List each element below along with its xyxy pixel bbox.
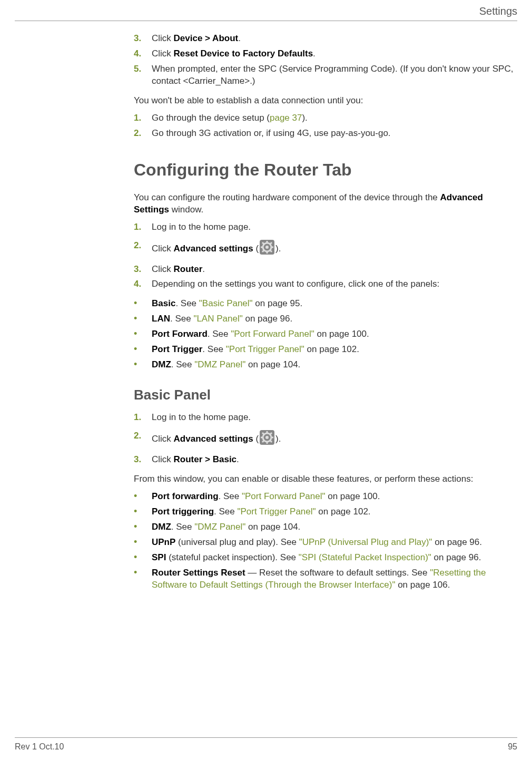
text-span: on page 96.: [432, 537, 482, 547]
bullet-icon: •: [134, 313, 152, 325]
list-item: • UPnP (universal plug and play). See "U…: [134, 537, 514, 549]
list-item: • DMZ. See "DMZ Panel" on page 104.: [134, 521, 514, 533]
bullet-icon: •: [134, 298, 152, 310]
bold-text: Advanced settings: [174, 434, 253, 444]
text-span: on page 102.: [316, 506, 371, 517]
list-item: • Router Settings Reset — Reset the soft…: [134, 567, 514, 591]
link-text[interactable]: "UPnP (Universal Plug and Play)": [299, 537, 432, 547]
text-span: .: [237, 454, 239, 464]
link-text[interactable]: "SPI (Stateful Packet Inspection)": [299, 552, 431, 562]
text-span: . See: [219, 491, 242, 501]
step-number: 3.: [134, 33, 152, 45]
svg-line-10: [270, 242, 272, 244]
text-span: . See: [171, 359, 194, 369]
svg-line-21: [270, 433, 272, 434]
bold-text: Router: [174, 264, 203, 274]
step-text: Go through 3G activation or, if using 4G…: [152, 128, 514, 140]
link-text[interactable]: "Port Forward Panel": [231, 329, 314, 339]
text-span: on page 104.: [245, 522, 300, 532]
bullet-text: DMZ. See "DMZ Panel" on page 104.: [152, 359, 300, 371]
bold-text: Basic: [152, 298, 175, 308]
link-text[interactable]: "Port Trigger Panel": [226, 344, 304, 354]
list-item: 1. Go through the device setup (page 37)…: [134, 112, 514, 124]
step-number: 4.: [134, 48, 152, 60]
bullet-icon: •: [134, 344, 152, 356]
link-text[interactable]: "Port Trigger Panel": [237, 506, 316, 517]
text-span: ).: [302, 113, 307, 123]
link-text[interactable]: "DMZ Panel": [194, 359, 245, 369]
bullet-text: DMZ. See "DMZ Panel" on page 104.: [152, 521, 300, 533]
text-span: (universal plug and play). See: [175, 537, 299, 547]
list-item: 1. Log in to the home page.: [134, 221, 514, 233]
list-item: • DMZ. See "DMZ Panel" on page 104.: [134, 359, 514, 371]
paragraph: You won't be able to establish a data co…: [134, 95, 514, 107]
text-span: .: [313, 48, 316, 59]
paragraph: From this window, you can enable or disa…: [134, 473, 514, 485]
text-span: . See: [208, 329, 231, 339]
bold-text: Router > Basic: [174, 454, 237, 464]
ordered-list: 3. Click Device > About. 4. Click Reset …: [134, 33, 514, 87]
text-span: . See: [175, 298, 199, 308]
list-item: • Port triggering. See "Port Trigger Pan…: [134, 506, 514, 518]
svg-line-19: [270, 441, 272, 442]
list-item: • Port Trigger. See "Port Trigger Panel"…: [134, 344, 514, 356]
bullet-icon: •: [134, 521, 152, 533]
list-item: • Port forwarding. See "Port Forward Pan…: [134, 491, 514, 503]
text-span: Click: [152, 48, 174, 59]
step-number: 1.: [134, 412, 152, 424]
link-text[interactable]: "Basic Panel": [199, 298, 253, 308]
bold-text: Advanced settings: [174, 243, 253, 254]
step-text: Click Device > About.: [152, 33, 514, 45]
bullet-text: SPI (stateful packet inspection). See "S…: [152, 552, 481, 564]
step-text: Click Reset Device to Factory Defaults.: [152, 48, 514, 60]
bullet-text: Port Forward. See "Port Forward Panel" o…: [152, 328, 369, 340]
footer-revision: Rev 1 Oct.10: [15, 742, 64, 752]
text-span: You can configure the routing hardware c…: [134, 192, 440, 202]
bold-text: Port Trigger: [152, 344, 202, 354]
step-number: 1.: [134, 221, 152, 233]
step-number: 2.: [134, 240, 152, 258]
step-text: Click Router.: [152, 264, 514, 276]
link-text[interactable]: "DMZ Panel": [194, 522, 245, 532]
step-text: Log in to the home page.: [152, 221, 514, 233]
bullet-icon: •: [134, 552, 152, 564]
text-span: Click: [152, 454, 174, 464]
text-span: .: [238, 33, 241, 43]
step-text: Depending on the settings you want to co…: [152, 278, 514, 290]
step-text: Log in to the home page.: [152, 412, 514, 424]
link-text[interactable]: page 37: [270, 113, 302, 123]
bullet-text: Port triggering. See "Port Trigger Panel…: [152, 506, 371, 518]
ordered-list: 1. Log in to the home page. 2. Click Adv…: [134, 221, 514, 291]
list-item: 3. Click Router > Basic.: [134, 454, 514, 466]
bold-text: DMZ: [152, 522, 171, 532]
text-span: on page 102.: [304, 344, 359, 354]
svg-point-2: [265, 246, 269, 249]
link-text[interactable]: "Port Forward Panel": [242, 491, 326, 501]
list-item: 2. Click Advanced settings ().: [134, 430, 514, 449]
list-item: 3. Click Device > About.: [134, 33, 514, 45]
svg-line-18: [262, 433, 264, 434]
step-text: Click Router > Basic.: [152, 454, 514, 466]
list-item: 5. When prompted, enter the SPC (Service…: [134, 63, 514, 87]
bold-text: DMZ: [152, 359, 171, 369]
text-span: on page 100.: [326, 491, 380, 501]
list-item: 4. Click Reset Device to Factory Default…: [134, 48, 514, 60]
bold-text: Port triggering: [152, 506, 214, 517]
text-span: on page 100.: [314, 329, 369, 339]
text-span: Go through the device setup (: [152, 113, 270, 123]
text-span: Click: [152, 243, 174, 254]
list-item: 3. Click Router.: [134, 264, 514, 276]
svg-line-7: [262, 242, 264, 244]
bullet-list: • Basic. See "Basic Panel" on page 95. •…: [134, 298, 514, 371]
text-span: (: [253, 243, 259, 254]
text-span: on page 106.: [395, 580, 450, 590]
step-number: 5.: [134, 63, 152, 87]
bold-text: Port Forward: [152, 329, 208, 339]
bold-text: Router Settings Reset: [152, 568, 245, 578]
bullet-icon: •: [134, 491, 152, 503]
bullet-list: • Port forwarding. See "Port Forward Pan…: [134, 491, 514, 591]
link-text[interactable]: "LAN Panel": [193, 314, 242, 324]
text-span: Click: [152, 264, 174, 274]
text-span: . See: [202, 344, 225, 354]
text-span: (stateful packet inspection). See: [166, 552, 298, 562]
